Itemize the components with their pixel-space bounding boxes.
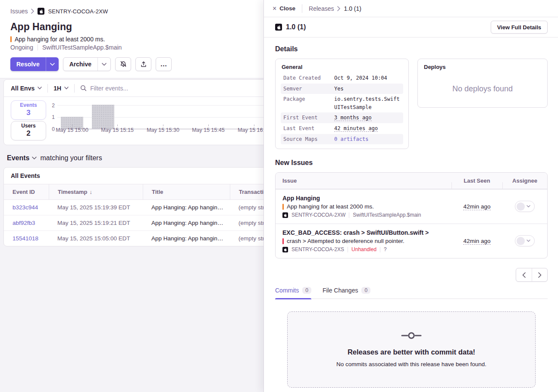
issues-header-row: Issue Last Seen Assignee <box>276 173 547 189</box>
help-icon[interactable]: ? <box>384 246 387 252</box>
issue-meta: SENTRY-COCOA-2XS Unhandled ? <box>282 246 451 252</box>
new-issues-heading: New Issues <box>275 159 548 167</box>
resolve-button[interactable]: Resolve <box>10 57 46 71</box>
close-drawer-button[interactable]: × Close <box>273 5 295 12</box>
event-id-link[interactable]: abf92fb3 <box>4 215 49 230</box>
column-header-event-id[interactable]: Event ID <box>4 184 49 199</box>
x-tick-label: May 15 15:30 <box>147 127 179 133</box>
chevron-down-icon <box>527 205 530 208</box>
issue-cell: EXC_BAD_ACCESS: crash > SwiftUI/Button.s… <box>276 229 451 252</box>
tick-mark <box>117 124 118 126</box>
general-value: 42 minutes ago <box>334 124 401 133</box>
issue-identity: SwiftUITestSampleApp.$main <box>42 44 122 51</box>
tick-mark <box>163 124 163 126</box>
last-seen-tooltip-value[interactable]: 42min ago <box>463 203 490 210</box>
chevron-down-icon <box>38 87 42 90</box>
commits-empty-state: Releases are better with commit data! No… <box>287 311 536 388</box>
general-card-title: General <box>281 64 403 70</box>
general-row: Source Maps 0 artifacts <box>281 134 403 145</box>
drawer-topbar: × Close Releases 1.0 (1) <box>264 0 558 17</box>
tab-file-changes[interactable]: File Changes 0 <box>323 287 370 299</box>
last-event-tooltip-value[interactable]: 42 minutes ago <box>334 125 378 132</box>
column-header-title[interactable]: Title <box>143 184 230 199</box>
issue-row[interactable]: EXC_BAD_ACCESS: crash > SwiftUI/Button.s… <box>276 224 547 258</box>
more-actions-button[interactable]: … <box>156 57 172 71</box>
close-label: Close <box>279 5 295 12</box>
chevron-down-icon <box>32 156 37 160</box>
general-key: First Event <box>283 114 334 122</box>
gridline <box>57 117 282 118</box>
previous-page-button[interactable] <box>516 268 532 281</box>
x-tick-label: May 15 15:15 <box>101 127 134 133</box>
assignee-cell <box>502 201 547 212</box>
tab-file-changes-label: File Changes <box>323 287 358 294</box>
chart-bar[interactable] <box>92 105 114 129</box>
time-range-selector[interactable]: 1H <box>53 85 69 92</box>
users-stat-card[interactable]: Users 2 <box>11 121 46 140</box>
view-full-details-button[interactable]: View Full Details <box>491 21 548 34</box>
archive-split-button: Archive <box>63 57 111 71</box>
issue-project: SENTRY-COCOA-2XS <box>292 246 344 252</box>
issue-meta: SENTRY-COCOA-2XW SwiftUITestSampleApp.$m… <box>282 212 451 218</box>
general-key: Package <box>283 95 334 111</box>
tab-commits[interactable]: Commits 0 <box>275 287 311 299</box>
breadcrumb-project: SENTRY-COCOA-2XW <box>48 8 108 15</box>
column-header-timestamp[interactable]: Timestamp↓ <box>49 184 143 199</box>
breadcrumb-releases-link[interactable]: Releases <box>309 5 334 12</box>
last-seen-tooltip-value[interactable]: 42min ago <box>463 238 490 245</box>
deploys-card-title: Deploys <box>423 64 542 70</box>
chevron-down-icon <box>50 63 55 66</box>
archive-button[interactable]: Archive <box>63 58 97 71</box>
event-timestamp: May 15, 2025 15:19:39 EDT <box>49 200 143 215</box>
next-page-button[interactable] <box>532 268 547 281</box>
events-heading-dropdown[interactable]: Events <box>7 154 37 162</box>
breadcrumb-current: 1.0 (1) <box>344 5 361 12</box>
resolve-split-button: Resolve <box>10 57 59 71</box>
y-tick-1: 1 <box>48 115 55 120</box>
breadcrumb-issues-link[interactable]: Issues <box>10 8 28 15</box>
users-stat-label: Users <box>11 123 46 129</box>
first-event-tooltip-value[interactable]: 3 months ago <box>334 115 372 121</box>
source-maps-link[interactable]: 0 artifacts <box>334 136 368 142</box>
x-tick-label: May 15 15:45 <box>192 127 225 133</box>
environment-selector[interactable]: All Envs <box>11 85 42 92</box>
graph-stats: Events 3 Users 2 <box>11 100 46 140</box>
assignee-dropdown[interactable] <box>515 235 535 246</box>
assignee-cell <box>502 235 547 246</box>
event-timestamp: May 15, 2025 15:19:21 EDT <box>49 215 143 230</box>
details-heading: Details <box>275 45 548 53</box>
apple-project-icon <box>38 8 44 15</box>
events-stat-label: Events <box>11 102 46 108</box>
y-tick-0: 0 <box>48 127 55 132</box>
tab-commits-label: Commits <box>275 287 299 294</box>
divider <box>47 84 48 93</box>
last-seen-cell: 42min ago <box>451 203 502 210</box>
event-title: App Hanging: App hangin… <box>143 215 230 230</box>
tab-commits-count: 0 <box>302 287 311 294</box>
release-tabs: Commits 0 File Changes 0 <box>275 287 548 299</box>
general-value: 3 months ago <box>334 114 401 122</box>
issue-project: SENTRY-COCOA-2XW <box>292 212 345 218</box>
share-button[interactable] <box>135 57 151 71</box>
issues-pagination <box>275 268 548 282</box>
bell-slash-icon <box>119 60 127 68</box>
ellipsis-icon: … <box>160 60 167 68</box>
event-id-link[interactable]: 15541018 <box>4 231 49 246</box>
issue-title-link[interactable]: EXC_BAD_ACCESS: crash > SwiftUI/Button.s… <box>282 229 451 236</box>
general-card: General Date Created Oct 9, 2024 10:04 S… <box>275 59 409 149</box>
issue-row[interactable]: App Hanging App hanging for at least 200… <box>276 189 547 224</box>
gridline <box>57 105 282 106</box>
event-id-link[interactable]: b323c944 <box>4 200 49 215</box>
assignee-dropdown[interactable] <box>515 201 535 212</box>
archive-dropdown-button[interactable] <box>97 58 110 71</box>
mute-button[interactable] <box>115 57 131 71</box>
commits-empty-body: No commits associated with this release … <box>296 361 527 367</box>
divider <box>380 247 380 252</box>
apple-project-icon <box>275 24 282 31</box>
issue-title-link[interactable]: App Hanging <box>282 195 451 202</box>
general-value: 0 artifacts <box>334 135 401 143</box>
drawer-content: Details General Date Created Oct 9, 2024… <box>264 37 558 388</box>
events-stat-card[interactable]: Events 3 <box>11 100 46 120</box>
general-value: Yes <box>334 85 401 93</box>
resolve-dropdown-button[interactable] <box>46 57 59 71</box>
